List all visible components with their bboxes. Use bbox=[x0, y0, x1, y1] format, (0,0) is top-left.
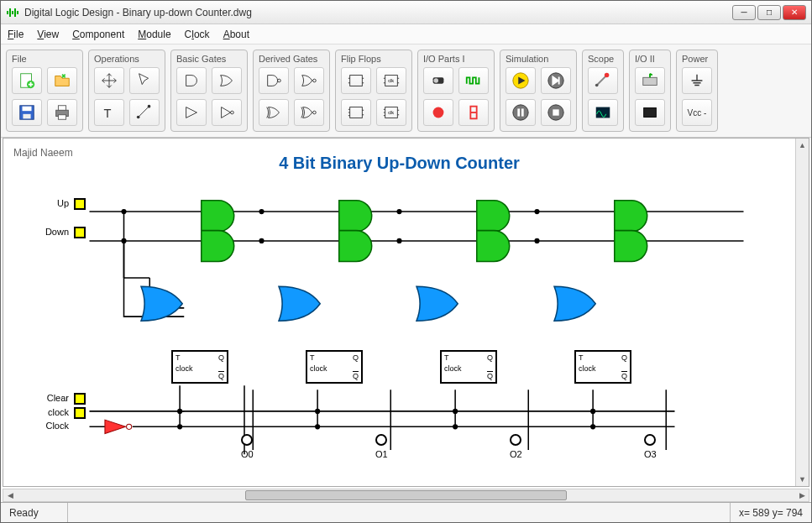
vertical-scrollbar[interactable] bbox=[795, 139, 809, 486]
window-controls: ─ □ ✕ bbox=[732, 5, 806, 20]
group-power: Power Vcc - bbox=[676, 50, 718, 132]
scroll-thumb[interactable] bbox=[245, 490, 568, 500]
svg-rect-35 bbox=[521, 108, 524, 116]
port-clear[interactable] bbox=[74, 393, 86, 405]
svg-point-15 bbox=[148, 105, 151, 108]
switch-tool[interactable] bbox=[423, 67, 453, 94]
menu-module[interactable]: Module bbox=[138, 29, 170, 40]
output-port-0[interactable] bbox=[241, 434, 253, 446]
svg-rect-9 bbox=[23, 114, 30, 119]
probe-tool[interactable] bbox=[588, 67, 618, 94]
flipflop-2[interactable]: TQclockQ bbox=[440, 350, 497, 384]
jk-flipflop-tool[interactable] bbox=[341, 99, 371, 126]
output-port-1[interactable] bbox=[375, 434, 387, 446]
buffer-gate-tool[interactable] bbox=[176, 99, 207, 126]
svg-point-38 bbox=[605, 73, 610, 78]
menu-clock[interactable]: Clock bbox=[185, 29, 210, 40]
svg-rect-20 bbox=[350, 76, 363, 86]
status-ready: Ready bbox=[1, 503, 68, 522]
app-icon bbox=[6, 6, 19, 19]
svg-rect-0 bbox=[7, 11, 8, 14]
seven-segment-tool[interactable] bbox=[458, 99, 489, 126]
port-down[interactable] bbox=[74, 227, 86, 238]
xor-gate-tool[interactable] bbox=[259, 99, 289, 126]
close-button[interactable]: ✕ bbox=[783, 5, 806, 20]
svg-point-43 bbox=[127, 424, 132, 429]
group-flipflops: Flip Flops clk clk bbox=[335, 50, 412, 132]
d-flipflop-tool[interactable] bbox=[341, 67, 371, 94]
step-button[interactable] bbox=[541, 67, 571, 94]
schematic-svg bbox=[3, 139, 795, 486]
open-file-button[interactable] bbox=[47, 67, 77, 94]
minimize-button[interactable]: ─ bbox=[732, 5, 756, 20]
svg-point-45 bbox=[121, 238, 126, 243]
svg-point-28 bbox=[433, 107, 444, 118]
play-button[interactable] bbox=[506, 67, 536, 94]
and-gate-tool[interactable] bbox=[176, 67, 207, 94]
vcc-tool[interactable]: Vcc - bbox=[682, 99, 712, 126]
scope-tool[interactable] bbox=[588, 99, 618, 126]
label-clock-lower: clock bbox=[27, 407, 69, 417]
svg-rect-12 bbox=[58, 115, 65, 120]
group-label: Simulation bbox=[506, 54, 571, 64]
group-operations: Operations T bbox=[88, 50, 165, 132]
svg-point-51 bbox=[534, 238, 539, 243]
keyboard-tool[interactable] bbox=[635, 67, 665, 94]
led-tool[interactable] bbox=[423, 99, 453, 126]
ground-tool[interactable] bbox=[682, 67, 712, 94]
xnor-gate-tool[interactable] bbox=[294, 99, 324, 126]
flipflop-3[interactable]: TQclockQ bbox=[574, 350, 631, 384]
sr-flipflop-tool[interactable]: clk bbox=[376, 99, 406, 126]
group-basic-gates: Basic Gates bbox=[170, 50, 248, 132]
print-button[interactable] bbox=[47, 99, 77, 126]
schematic-canvas[interactable]: Majid Naeem 4 Bit Binary Up-Down Counter bbox=[3, 139, 795, 486]
svg-rect-8 bbox=[23, 107, 32, 112]
port-clock[interactable] bbox=[74, 407, 86, 419]
maximize-button[interactable]: □ bbox=[757, 5, 781, 20]
port-up[interactable] bbox=[74, 198, 86, 210]
window-title: Digital Logic Design - Binary up-down Co… bbox=[24, 7, 732, 18]
group-label: I/O II bbox=[635, 54, 665, 64]
output-port-2[interactable] bbox=[510, 434, 521, 446]
stop-button[interactable] bbox=[541, 99, 571, 126]
text-tool[interactable]: T bbox=[94, 99, 124, 126]
group-simulation: Simulation bbox=[500, 50, 577, 132]
group-label: Scope bbox=[588, 54, 618, 64]
flipflop-0[interactable]: TQclockQ bbox=[171, 350, 228, 384]
group-scope: Scope bbox=[582, 50, 624, 132]
menu-component[interactable]: Component bbox=[72, 29, 124, 40]
select-tool[interactable] bbox=[129, 67, 160, 94]
canvas-viewport: Majid Naeem 4 Bit Binary Up-Down Counter bbox=[3, 138, 809, 487]
menu-view[interactable]: View bbox=[37, 29, 59, 40]
nand-gate-tool[interactable] bbox=[259, 67, 289, 94]
svg-text:clk: clk bbox=[388, 78, 394, 83]
svg-rect-41 bbox=[643, 77, 657, 85]
move-tool[interactable] bbox=[94, 67, 124, 94]
group-label: Basic Gates bbox=[176, 54, 242, 64]
output-label-3: O3 bbox=[644, 449, 657, 459]
svg-rect-11 bbox=[58, 106, 65, 111]
nor-gate-tool[interactable] bbox=[294, 67, 324, 94]
label-down: Down bbox=[27, 227, 69, 237]
save-button[interactable] bbox=[12, 99, 42, 126]
new-file-button[interactable] bbox=[12, 67, 42, 94]
output-port-3[interactable] bbox=[644, 434, 656, 446]
pause-button[interactable] bbox=[506, 99, 536, 126]
not-gate-tool[interactable] bbox=[212, 99, 242, 126]
svg-point-56 bbox=[177, 409, 182, 414]
svg-point-50 bbox=[534, 209, 539, 214]
output-label-0: O0 bbox=[241, 449, 254, 459]
clock-signal-tool[interactable] bbox=[458, 67, 489, 94]
toolbox: File Operations T Basic Gates bbox=[1, 44, 811, 138]
svg-point-39 bbox=[595, 84, 599, 87]
horizontal-scrollbar[interactable] bbox=[3, 489, 809, 502]
wire-tool[interactable] bbox=[129, 99, 160, 126]
app-window: Digital Logic Design - Binary up-down Co… bbox=[0, 0, 812, 523]
svg-point-47 bbox=[259, 238, 264, 243]
or-gate-tool[interactable] bbox=[212, 67, 242, 94]
menu-about[interactable]: About bbox=[223, 29, 249, 40]
menu-file[interactable]: File bbox=[8, 29, 24, 40]
t-flipflop-tool[interactable]: clk bbox=[376, 67, 406, 94]
display-tool[interactable] bbox=[635, 99, 665, 126]
flipflop-1[interactable]: TQclockQ bbox=[306, 350, 363, 384]
